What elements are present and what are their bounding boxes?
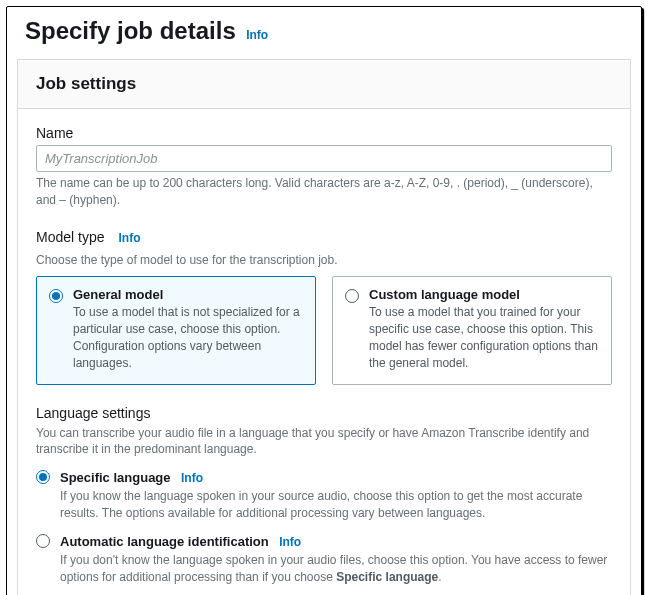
radio-icon (36, 534, 50, 548)
custom-model-title: Custom language model (369, 287, 599, 302)
name-help: The name can be up to 200 characters lon… (36, 175, 612, 209)
language-settings-help: You can transcribe your audio file in a … (36, 425, 612, 459)
automatic-language-desc: If you don't know the language spoken in… (60, 552, 612, 586)
radio-icon (345, 289, 359, 303)
automatic-language-radio[interactable]: Automatic language identification Info I… (36, 532, 612, 586)
specific-language-title: Specific language (60, 470, 171, 485)
general-model-title: General model (73, 287, 303, 302)
radio-icon (49, 289, 63, 303)
specific-language-radio[interactable]: Specific language Info If you know the l… (36, 468, 612, 522)
automatic-language-title: Automatic language identification (60, 534, 269, 549)
general-model-desc: To use a model that is not specialized f… (73, 304, 303, 371)
job-settings-title: Job settings (36, 74, 612, 94)
page-title: Specify job details (25, 17, 236, 44)
specific-language-desc: If you know the language spoken in your … (60, 488, 612, 522)
model-type-help: Choose the type of model to use for the … (36, 252, 612, 269)
custom-model-desc: To use a model that you trained for your… (369, 304, 599, 371)
language-settings-label: Language settings (36, 405, 612, 421)
model-type-general-tile[interactable]: General model To use a model that is not… (36, 276, 316, 384)
specific-language-info-link[interactable]: Info (181, 471, 203, 485)
name-input[interactable] (36, 145, 612, 172)
header-info-link[interactable]: Info (246, 28, 268, 42)
radio-icon (36, 470, 50, 484)
automatic-language-info-link[interactable]: Info (279, 535, 301, 549)
model-type-label: Model type (36, 229, 104, 245)
model-type-info-link[interactable]: Info (118, 231, 140, 245)
name-label: Name (36, 125, 612, 141)
job-settings-panel: Job settings Name The name can be up to … (17, 59, 631, 595)
model-type-custom-tile[interactable]: Custom language model To use a model tha… (332, 276, 612, 384)
